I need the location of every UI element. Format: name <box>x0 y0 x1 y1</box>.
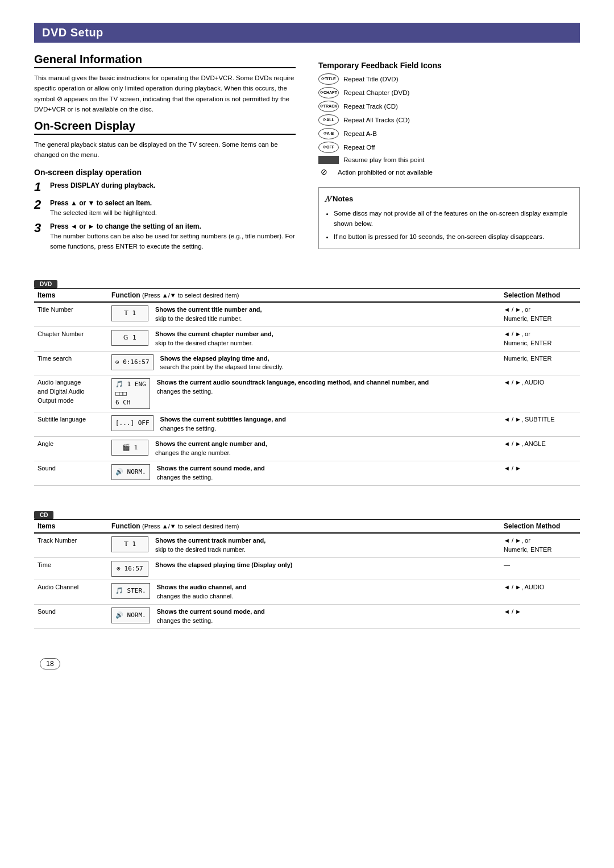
repeat-track-label: Repeat Track (CD) <box>343 102 398 111</box>
general-info-body: This manual gives the basic instructions… <box>34 73 296 115</box>
cd-label: CD <box>34 511 53 519</box>
dvd-col-sel: Selection Method <box>500 288 580 302</box>
row-func-text: Shows the current sound mode, andchanges… <box>157 607 265 626</box>
row-item: Time search <box>34 351 108 375</box>
table-row: Subtitle language[...] OFFShows the curr… <box>34 412 580 437</box>
row-function: ⊙ 0:16:57Shows the elapsed playing time … <box>108 351 500 375</box>
row-item: Sound <box>34 461 108 485</box>
dvd-col-func: Function (Press ▲/▼ to select desired it… <box>108 288 500 302</box>
row-function: 🎵 1 ENG □□□ 6 CHShows the current audio … <box>108 375 500 412</box>
general-info-heading: General Information <box>34 53 296 68</box>
row-func-text: Shows the current subtitles language, an… <box>160 415 286 433</box>
feedback-icon-ab: ⟳ A-B Repeat A-B <box>318 128 580 139</box>
feedback-icon-track: ⟳ TRACK Repeat Track (CD) <box>318 101 580 112</box>
dvd-func-suffix: (Press ▲/▼ to select desired item) <box>142 292 239 299</box>
row-item: Sound <box>34 604 108 629</box>
notes-box: 𝑁 Notes Some discs may not provide all o… <box>318 187 580 249</box>
feedback-icon-off: ⟳ OFF Repeat Off <box>318 142 580 153</box>
dvd-col-items: Items <box>34 288 108 302</box>
step-3-num: 3 <box>34 221 48 235</box>
row-func-text: Shows the current angle number and,chang… <box>155 440 267 458</box>
repeat-off-label: Repeat Off <box>343 143 375 152</box>
repeat-chapt-label: Repeat Chapter (DVD) <box>343 88 409 97</box>
feedback-icon-prohibited: ⊘ Action prohibited or not available <box>318 167 580 178</box>
table-row: Sound🔊 NORM.Shows the current sound mode… <box>34 461 580 485</box>
row-function: 🔊 NORM.Shows the current sound mode, and… <box>108 461 500 485</box>
cd-col-func: Function (Press ▲/▼ to select desired it… <box>108 519 500 533</box>
row-selection: ◄ / ► <box>500 461 580 485</box>
row-func-text: Shows the current sound mode, andchanges… <box>157 464 265 482</box>
dvd-label: DVD <box>34 280 57 288</box>
page-number: 18 <box>40 658 60 669</box>
repeat-ab-icon: ⟳ A-B <box>318 128 339 139</box>
table-row: Time⊙ 16:57Shows the elapsed playing tim… <box>34 557 580 580</box>
row-function: ⊙ 16:57Shows the elapsed playing time (D… <box>108 557 500 580</box>
row-selection: ◄ / ►, AUDIO <box>500 580 580 604</box>
on-screen-sub-heading: On-screen display operation <box>34 168 296 177</box>
row-icon: 🎵 STER. <box>111 583 150 599</box>
row-icon: [...] OFF <box>111 415 154 431</box>
notes-heading: Notes <box>333 193 353 205</box>
repeat-title-icon: ⟳ TITLE <box>318 73 339 85</box>
row-func-text: Shows the elapsed playing time and,searc… <box>160 354 284 373</box>
left-column: General Information This manual gives th… <box>34 53 296 255</box>
row-icon: ⊙ 0:16:57 <box>111 354 154 370</box>
row-function: 𝔾 1Shows the current chapter number and,… <box>108 326 500 351</box>
notes-list: Some discs may not provide all of the fe… <box>325 208 574 242</box>
cd-table: Items Function (Press ▲/▼ to select desi… <box>34 519 580 629</box>
dvd-func-prefix: Function <box>111 291 140 299</box>
feedback-heading: Temporary Feedback Field Icons <box>318 61 580 70</box>
row-selection: ◄ / ► <box>500 604 580 629</box>
table-row: Sound🔊 NORM.Shows the current sound mode… <box>34 604 580 629</box>
row-selection: ◄ / ►, AUDIO <box>500 375 580 412</box>
cd-func-suffix: (Press ▲/▼ to select desired item) <box>142 523 239 530</box>
row-item: Title Number <box>34 302 108 326</box>
row-selection: ◄ / ►, SUBTITLE <box>500 412 580 437</box>
note-item-1: Some discs may not provide all of the fe… <box>334 208 574 229</box>
row-icon: 🎵 1 ENG □□□ 6 CH <box>111 378 150 409</box>
row-function: [...] OFFShows the current subtitles lan… <box>108 412 500 437</box>
row-icon: 🔊 NORM. <box>111 464 150 480</box>
note-item-2: If no button is pressed for 10 seconds, … <box>334 232 574 242</box>
feedback-icon-title: ⟳ TITLE Repeat Title (DVD) <box>318 73 580 85</box>
on-screen-heading: On-Screen Display <box>34 119 296 135</box>
table-row: Angle🎬 1Shows the current angle number a… <box>34 437 580 461</box>
repeat-chapt-icon: ⟳ CHAPT <box>318 87 339 98</box>
row-item: Chapter Number <box>34 326 108 351</box>
row-item: Track Number <box>34 533 108 557</box>
step-2-num: 2 <box>34 198 48 212</box>
repeat-track-icon: ⟳ TRACK <box>318 101 339 112</box>
table-row: Audio Channel🎵 STER.Shows the audio chan… <box>34 580 580 604</box>
right-column: Temporary Feedback Field Icons ⟳ TITLE R… <box>318 53 580 255</box>
dvd-table: Items Function (Press ▲/▼ to select desi… <box>34 288 580 486</box>
row-selection: ◄ / ►, or Numeric, ENTER <box>500 302 580 326</box>
row-function: 🎬 1Shows the current angle number and,ch… <box>108 437 500 461</box>
cd-col-sel: Selection Method <box>500 519 580 533</box>
repeat-ab-label: Repeat A-B <box>343 129 377 138</box>
row-func-text: Shows the elapsed playing time (Display … <box>155 561 292 570</box>
repeat-all-icon: ⟳ ALL <box>318 114 339 126</box>
row-icon: 🎬 1 <box>111 440 148 456</box>
row-function: 𝕋 1Shows the current track number and,sk… <box>108 533 500 557</box>
row-function: 🎵 STER.Shows the audio channel, andchang… <box>108 580 500 604</box>
resume-label: Resume play from this point <box>343 155 425 164</box>
feedback-icon-resume: Resume play from this point <box>318 155 580 164</box>
row-func-text: Shows the current chapter number and,ski… <box>155 330 273 348</box>
cd-table-body: Track Number𝕋 1Shows the current track n… <box>34 533 580 629</box>
prohibited-label: Action prohibited or not available <box>338 168 433 177</box>
table-row: Track Number𝕋 1Shows the current track n… <box>34 533 580 557</box>
row-item: Angle <box>34 437 108 461</box>
table-row: Audio language and Digital Audio Output … <box>34 375 580 412</box>
row-selection: Numeric, ENTER <box>500 351 580 375</box>
step-3-bold: Press ◄ or ► to change the setting of an… <box>50 222 201 230</box>
cd-col-items: Items <box>34 519 108 533</box>
step-1: 1 Press DISPLAY during playback. <box>34 180 296 194</box>
step-2-bold: Press ▲ or ▼ to select an item. <box>50 199 152 207</box>
row-icon: ⊙ 16:57 <box>111 561 148 577</box>
step-3: 3 Press ◄ or ► to change the setting of … <box>34 221 296 251</box>
feedback-icons-list: ⟳ TITLE Repeat Title (DVD) ⟳ CHAPT Repea… <box>318 73 580 178</box>
row-func-text: Shows the current track number and,skip … <box>155 536 265 555</box>
row-icon: 🔊 NORM. <box>111 607 150 623</box>
repeat-title-label: Repeat Title (DVD) <box>343 75 399 84</box>
step-3-normal: The number buttons can be also be used f… <box>50 233 295 249</box>
